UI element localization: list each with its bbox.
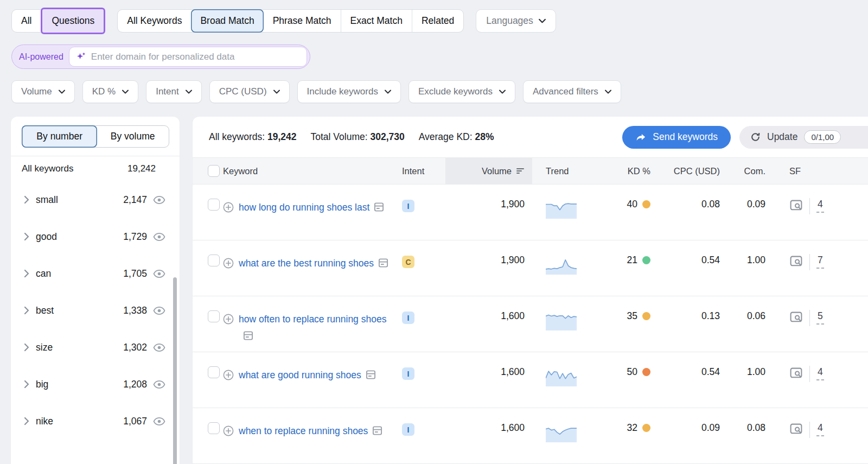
filter-kd[interactable]: KD % [82, 80, 138, 103]
filter-volume[interactable]: Volume [11, 80, 75, 103]
sf-count[interactable]: 5 [816, 310, 824, 325]
filter-include-keywords[interactable]: Include keywords [297, 80, 401, 103]
col-kd[interactable]: KD % [614, 158, 657, 184]
tab-related[interactable]: Related [412, 10, 463, 32]
domain-input[interactable] [91, 52, 300, 62]
chevron-right-icon[interactable] [24, 195, 29, 204]
serp-snapshot-icon[interactable] [372, 425, 382, 436]
serp-preview-icon[interactable] [789, 311, 803, 323]
serp-snapshot-icon[interactable] [243, 330, 253, 341]
add-keyword-icon[interactable] [223, 370, 234, 380]
tab-phrase-match[interactable]: Phrase Match [264, 10, 341, 32]
intent-badge[interactable]: I [402, 367, 414, 380]
select-all-checkbox[interactable] [208, 165, 220, 177]
filter-advanced[interactable]: Advanced filters [523, 80, 621, 103]
chevron-right-icon[interactable] [24, 232, 29, 241]
eye-icon[interactable] [153, 195, 165, 205]
col-volume-sorted[interactable]: Volume [445, 158, 532, 184]
send-keywords-button[interactable]: Send keywords [622, 126, 731, 149]
filter-intent[interactable]: Intent [146, 80, 202, 103]
eye-icon[interactable] [153, 343, 165, 352]
row-checkbox[interactable] [208, 310, 220, 322]
keyword-group-item[interactable]: can 1,705 [11, 255, 180, 292]
chevron-right-icon[interactable] [24, 306, 29, 315]
keyword-group-item[interactable]: good 1,729 [11, 218, 180, 255]
eye-icon[interactable] [153, 380, 165, 389]
sf-count[interactable]: 4 [816, 366, 824, 380]
table-header-row: Keyword Intent Volume Trend KD % CPC (US… [193, 157, 868, 185]
all-keywords-count: 19,242 [127, 163, 156, 174]
chevron-down-icon [499, 90, 506, 94]
keywords-table-panel: All keywords: 19,242 Total Volume: 302,7… [193, 117, 868, 464]
toggle-by-number[interactable]: By number [22, 125, 97, 148]
tab-all-keywords[interactable]: All Keywords [118, 10, 191, 32]
chevron-right-icon[interactable] [24, 269, 29, 278]
sf-count[interactable]: 4 [816, 199, 824, 213]
eye-icon[interactable] [153, 232, 165, 241]
tab-all[interactable]: All [12, 10, 41, 32]
volume-value: 1,600 [445, 408, 532, 463]
keyword-group-item[interactable]: small 2,147 [11, 181, 180, 218]
col-trend[interactable]: Trend [532, 158, 614, 184]
keyword-link[interactable]: how often to replace running shoes [239, 314, 386, 325]
update-button[interactable]: Update 0/1,00 [739, 126, 868, 149]
add-keyword-icon[interactable] [223, 202, 234, 213]
keyword-link[interactable]: how long do running shoes last [239, 202, 369, 213]
chevron-right-icon[interactable] [24, 417, 29, 425]
sf-count[interactable]: 7 [816, 255, 824, 269]
keyword-link[interactable]: what are good running shoes [239, 370, 361, 380]
keyword-group-item[interactable]: best 1,338 [11, 292, 180, 329]
col-com[interactable]: Com. [727, 158, 782, 184]
row-checkbox[interactable] [208, 366, 220, 378]
ai-domain-bar: AI-powered [11, 45, 310, 69]
tab-broad-match[interactable]: Broad Match [191, 9, 263, 33]
sidebar-scrollbar[interactable] [173, 277, 177, 464]
sf-count[interactable]: 4 [816, 422, 824, 436]
stat-label: Average KD: [419, 131, 473, 142]
all-keywords-header[interactable]: All keywords 19,242 [11, 156, 180, 181]
col-sf[interactable]: SF [782, 158, 868, 184]
row-checkbox[interactable] [208, 199, 220, 211]
keyword-group-item[interactable]: nike 1,067 [11, 403, 180, 440]
keyword-link[interactable]: when to replace running shoes [239, 425, 368, 436]
group-label: good [36, 231, 57, 243]
tab-questions[interactable]: Questions [41, 8, 105, 34]
add-keyword-icon[interactable] [223, 258, 234, 269]
serp-preview-icon[interactable] [789, 367, 803, 379]
keyword-group-item[interactable]: size 1,302 [11, 329, 180, 366]
filter-exclude-keywords[interactable]: Exclude keywords [409, 80, 515, 103]
serp-snapshot-icon[interactable] [366, 370, 376, 380]
row-checkbox[interactable] [208, 255, 220, 266]
serp-preview-icon[interactable] [789, 255, 803, 268]
table-row: when to replace running shoes I 1,600 32… [193, 408, 868, 464]
serp-snapshot-icon[interactable] [378, 258, 388, 268]
chevron-right-icon[interactable] [24, 343, 29, 352]
intent-badge[interactable]: C [402, 256, 414, 268]
intent-badge[interactable]: I [402, 423, 414, 436]
toggle-by-volume[interactable]: By volume [97, 126, 169, 147]
chevron-right-icon[interactable] [24, 380, 29, 389]
intent-badge[interactable]: I [402, 312, 414, 324]
add-keyword-icon[interactable] [223, 314, 234, 325]
serp-preview-icon[interactable] [789, 423, 803, 435]
keyword-cell: when to replace running shoes [223, 408, 402, 463]
kd-difficulty-dot [642, 368, 650, 376]
col-keyword[interactable]: Keyword [223, 158, 402, 184]
serp-snapshot-icon[interactable] [374, 202, 384, 212]
eye-icon[interactable] [153, 269, 165, 278]
tab-exact-match[interactable]: Exact Match [341, 10, 412, 32]
intent-badge[interactable]: I [402, 200, 414, 212]
filter-label: KD % [92, 86, 116, 97]
filter-cpc[interactable]: CPC (USD) [209, 80, 290, 103]
keyword-group-item[interactable]: big 1,208 [11, 366, 180, 403]
match-type-toolbar: All Questions All Keywords Broad Match P… [11, 9, 556, 33]
languages-dropdown[interactable]: Languages [476, 9, 556, 33]
col-intent[interactable]: Intent [402, 158, 445, 184]
add-keyword-icon[interactable] [223, 425, 234, 436]
keyword-link[interactable]: what are the best running shoes [239, 258, 374, 269]
eye-icon[interactable] [153, 417, 165, 426]
row-checkbox[interactable] [208, 422, 220, 434]
serp-preview-icon[interactable] [789, 199, 803, 212]
eye-icon[interactable] [153, 306, 165, 315]
col-cpc[interactable]: CPC (USD) [657, 158, 727, 184]
